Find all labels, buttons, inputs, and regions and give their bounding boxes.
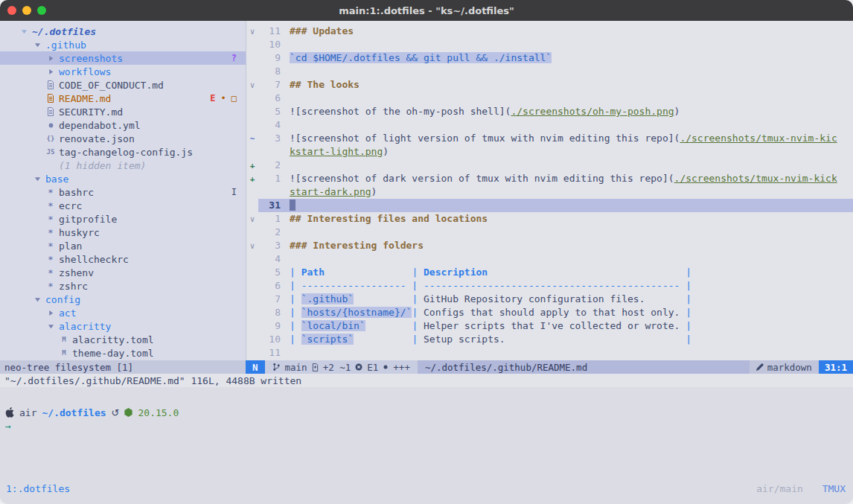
line-text: start-dark.png) (290, 185, 853, 199)
chev-down-icon (31, 176, 43, 182)
chev-down-icon (18, 28, 30, 35)
editor-line[interactable]: 31 (246, 199, 853, 212)
tree-item[interactable]: base (0, 172, 246, 185)
tree-item[interactable]: workflows (0, 65, 246, 78)
editor-line[interactable]: 11 (246, 346, 853, 360)
tree-item[interactable]: dependabot.yml (0, 118, 246, 132)
line-number: 1 (258, 172, 290, 185)
editor-line[interactable]: ∨1## Interesting files and locations (246, 212, 853, 226)
tree-item[interactable]: Mtheme-day.toml (0, 346, 246, 360)
tree-item-badges: ? (231, 53, 246, 63)
gutter-sign (246, 107, 258, 117)
line-text: | ------------------ | -----------------… (290, 279, 853, 293)
tree-item-badge: ? (231, 53, 237, 63)
cursor (290, 200, 295, 211)
editor-line[interactable]: ~3![screenshot of light version of tmux … (246, 132, 853, 145)
close-button[interactable] (7, 6, 16, 15)
tree-item-label: tag-changelog-config.js (59, 147, 193, 158)
tree-item[interactable]: .github (0, 38, 246, 51)
editor-line[interactable]: 8| `hosts/{hostname}/`| Configs that sho… (246, 306, 853, 319)
tree-item[interactable]: {}renovate.json (0, 132, 246, 145)
tree-item[interactable]: screenshots? (0, 51, 246, 65)
editor-panel[interactable]: ∨11### Updates 10 9`cd $HOME/.dotfiles &… (246, 21, 853, 360)
gutter-sign (246, 322, 258, 331)
text-segment: | (290, 267, 301, 278)
tree-item[interactable]: README.mdE•□ (0, 92, 246, 105)
editor-line[interactable]: 10 (246, 38, 853, 51)
tree-item[interactable]: SECURITY.md (0, 105, 246, 118)
line-text (290, 65, 853, 78)
gutter-sign: ∨ (246, 241, 258, 251)
tree-item-label: alacritty (59, 321, 111, 332)
editor-line[interactable]: 8 (246, 65, 853, 78)
fullscreen-button[interactable] (37, 6, 46, 15)
tree-item[interactable]: *bashrcI (0, 185, 246, 199)
editor-line[interactable]: ∨7## The looks (246, 78, 853, 92)
chev-down-icon (31, 42, 43, 48)
titlebar[interactable]: main:1:.dotfiles - "ks~/.dotfiles" (0, 0, 853, 21)
editor-line[interactable]: +2 (246, 159, 853, 172)
tree-item[interactable]: JStag-changelog-config.js (0, 145, 246, 159)
text-segment: | ------------------ | -----------------… (290, 280, 691, 291)
tree-item[interactable]: *huskyrc (0, 226, 246, 239)
editor-line[interactable]: 7| `.github` | GitHub Repository configu… (246, 293, 853, 306)
tree-item-label: .github (45, 39, 86, 51)
line-text (290, 118, 853, 132)
tmux-label: TMUX (822, 483, 846, 494)
js-icon: JS (45, 148, 57, 156)
editor-line[interactable]: 2 (246, 226, 853, 239)
line-text: ## The looks (290, 78, 853, 92)
star-icon: * (45, 281, 57, 292)
tree-item[interactable]: *plan (0, 239, 246, 252)
tree-item[interactable]: *zshrc (0, 279, 246, 293)
editor-line[interactable]: 4 (246, 118, 853, 132)
editor-line[interactable]: ∨11### Updates (246, 25, 853, 38)
line-number: 5 (258, 105, 290, 118)
tree-item[interactable]: *ecrc (0, 199, 246, 212)
text-segment: Description (424, 267, 488, 278)
gutter-sign: ~ (246, 134, 258, 144)
text-segment: | (290, 307, 301, 318)
editor-line[interactable]: 6 (246, 92, 853, 105)
tree-item[interactable]: alacritty (0, 319, 246, 333)
tree-item[interactable]: CODE_OF_CONDUCT.md (0, 78, 246, 92)
editor-line[interactable]: ∨3### Interesting folders (246, 239, 853, 252)
tree-item[interactable]: config (0, 293, 246, 306)
line-number (258, 185, 290, 199)
tree-item[interactable]: *zshenv (0, 266, 246, 279)
minimize-button[interactable] (22, 6, 31, 15)
shell-area[interactable]: air ~/.dotfiles ↺ 20.15.0 → 1:.dotfiles … (0, 387, 853, 504)
editor-line[interactable]: 4 (246, 252, 853, 266)
line-text (290, 346, 853, 360)
line-text (290, 226, 853, 239)
editor-line[interactable]: start-dark.png) (246, 185, 853, 199)
text-segment: | (412, 267, 424, 278)
cursor-position: 31:1 (819, 360, 853, 374)
tree-item[interactable]: Malacritty.toml (0, 333, 246, 346)
editor-line[interactable]: kstart-light.png) (246, 145, 853, 159)
text-segment: | (412, 320, 424, 331)
tree-item[interactable]: *gitprofile (0, 212, 246, 226)
editor-line[interactable]: 5![screenshot of the oh-my-posh shell](.… (246, 105, 853, 118)
neotree-panel[interactable]: ~/.dotfiles.githubscreenshots?workflowsC… (0, 21, 246, 360)
tree-item[interactable]: (1 hidden item) (0, 159, 246, 172)
tree-item-label: renovate.json (59, 133, 135, 144)
text-segment: Setup scripts. (424, 334, 686, 345)
tree-item[interactable]: act (0, 306, 246, 319)
tree-item-label: SECURITY.md (59, 106, 123, 118)
tree-item[interactable]: ~/.dotfiles (0, 25, 246, 38)
star-icon: * (45, 254, 57, 265)
editor-line[interactable]: +1![screenshot of dark version of tmux w… (246, 172, 853, 185)
editor-line[interactable]: 9`cd $HOME/.dotfiles && git pull && ./in… (246, 51, 853, 65)
editor-line[interactable]: 9| `local/bin` | Helper scripts that I'v… (246, 319, 853, 333)
editor-line[interactable]: 5| Path | Description | (246, 266, 853, 279)
git-segment: main +2 ~1 E1 +++ (265, 360, 418, 374)
tmux-window-item[interactable]: 1:.dotfiles (6, 483, 70, 494)
text-segment: GitHub Repository configuration files. (424, 293, 686, 304)
editor-line[interactable]: 10| `scripts` | Setup scripts. | (246, 333, 853, 346)
editor-line[interactable]: 6| ------------------ | ----------------… (246, 279, 853, 293)
gutter-sign (246, 94, 258, 103)
diagnostics-count: E1 (367, 362, 378, 373)
tree-item[interactable]: *shellcheckrc (0, 252, 246, 266)
tmux-right-segment: air/main TMUX (756, 483, 846, 494)
